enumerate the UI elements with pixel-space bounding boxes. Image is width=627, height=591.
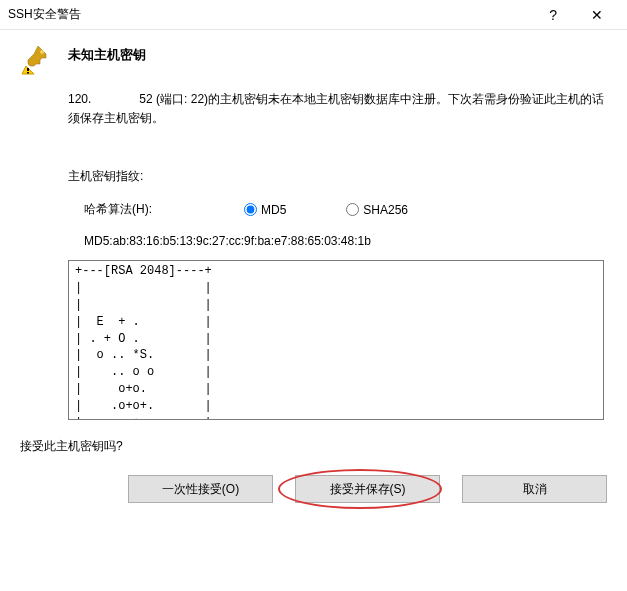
dialog-heading: 未知主机密钥 [68,44,146,64]
hash-radio-group: MD5 SHA256 [244,203,408,217]
radio-sha256[interactable]: SHA256 [346,203,408,217]
titlebar: SSH安全警告 ? ✕ [0,0,627,30]
window-title: SSH安全警告 [8,6,541,23]
accept-save-button[interactable]: 接受并保存(S) [295,475,440,503]
hash-algorithm-row: 哈希算法(H): MD5 SHA256 [68,201,607,218]
ascii-art-box[interactable]: +---[RSA 2048]----+ | | | | | E + . | | … [68,260,604,420]
radio-md5-input[interactable] [244,203,257,216]
accept-once-button[interactable]: 一次性接受(O) [128,475,273,503]
svg-rect-1 [27,68,29,71]
help-button[interactable]: ? [541,3,565,27]
key-warning-icon [20,44,52,76]
svg-point-0 [40,50,44,54]
accept-question: 接受此主机密钥吗? [20,438,607,455]
cancel-button[interactable]: 取消 [462,475,607,503]
radio-md5-label: MD5 [261,203,286,217]
svg-rect-2 [27,72,29,74]
radio-sha256-label: SHA256 [363,203,408,217]
dialog-content: 未知主机密钥 120. 52 (端口: 22)的主机密钥未在本地主机密钥数据库中… [0,30,627,513]
warning-message: 120. 52 (端口: 22)的主机密钥未在本地主机密钥数据库中注册。下次若需… [68,90,607,128]
hash-algorithm-label: 哈希算法(H): [84,201,204,218]
close-button[interactable]: ✕ [583,3,611,27]
button-row: 一次性接受(O) 接受并保存(S) 取消 [20,475,607,503]
radio-sha256-input[interactable] [346,203,359,216]
fingerprint-section: 主机密钥指纹: 哈希算法(H): MD5 SHA256 MD5:ab:83:16… [68,168,607,420]
fingerprint-label: 主机密钥指纹: [68,168,607,185]
titlebar-controls: ? ✕ [541,3,619,27]
radio-md5[interactable]: MD5 [244,203,286,217]
header-row: 未知主机密钥 [20,44,607,76]
fingerprint-value: MD5:ab:83:16:b5:13:9c:27:cc:9f:ba:e7:88:… [84,234,607,248]
